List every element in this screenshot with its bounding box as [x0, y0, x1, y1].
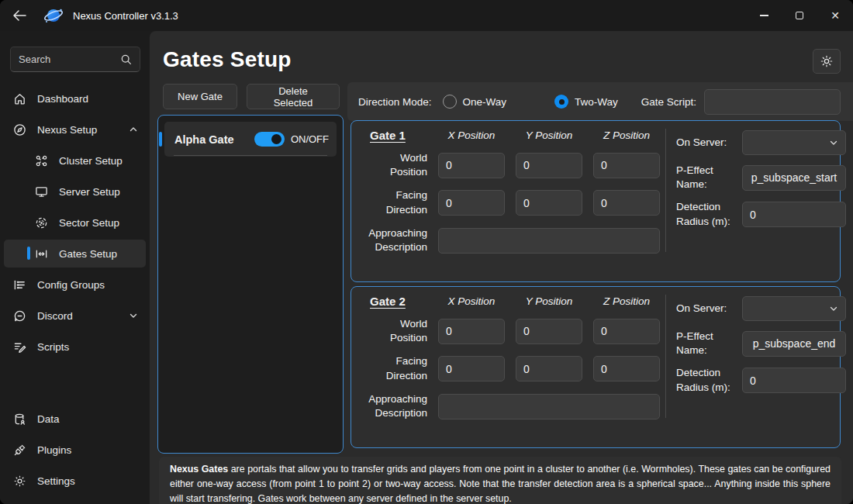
gate-2-title: Gate 2 [362, 295, 427, 308]
script-pen-icon [12, 340, 26, 354]
sidebar-item-sector-setup[interactable]: Sector Setup [4, 209, 146, 236]
gate1-detection-radius-input[interactable] [742, 202, 846, 227]
gate1-facing-z-input[interactable] [593, 190, 660, 216]
minimize-button[interactable] [746, 0, 782, 31]
x-position-header: X Position [438, 129, 505, 141]
direction-mode-label: Direction Mode: [358, 96, 432, 108]
sidebar-item-server-setup[interactable]: Server Setup [4, 178, 146, 205]
card-divider [174, 155, 327, 156]
gate2-world-z-input[interactable] [593, 319, 660, 344]
sidebar-item-config-groups[interactable]: Config Groups [4, 271, 146, 299]
sidebar-bottom-nav: Data Plugins Settings [0, 400, 150, 501]
approaching-description-label: Approaching Description [362, 226, 427, 254]
gate1-world-y-input[interactable] [516, 153, 582, 178]
main-content: Gates Setup New Gate Delete Selected Dir… [150, 31, 853, 504]
facing-direction-label: Facing Direction [362, 354, 427, 382]
gate1-facing-y-input[interactable] [516, 190, 582, 216]
chevron-down-icon [829, 138, 838, 147]
chevron-down-icon [829, 304, 838, 313]
radio-one-way-circle[interactable] [443, 95, 457, 109]
gate2-approaching-description-input[interactable] [438, 394, 660, 419]
gate2-facing-z-input[interactable] [593, 356, 660, 381]
gate-script-input[interactable] [704, 89, 841, 115]
sidebar-item-gates-setup[interactable]: Gates Setup [4, 240, 146, 268]
gate-script-group: Gate Script: [641, 89, 841, 115]
theme-toggle-button[interactable] [813, 49, 841, 74]
sidebar-item-scripts[interactable]: Scripts [4, 333, 146, 361]
detection-radius-label: Detection Radius (m): [676, 366, 735, 394]
monitor-icon [34, 185, 48, 198]
radio-two-way-label: Two-Way [575, 96, 618, 108]
list-icon [12, 278, 26, 292]
home-icon [12, 91, 26, 105]
gate1-on-server-dropdown[interactable] [742, 130, 846, 155]
p-effect-name-label: P-Effect Name: [676, 164, 735, 192]
delete-selected-button[interactable]: Delete Selected [247, 84, 340, 109]
back-arrow-icon [13, 10, 26, 21]
sidebar-item-label: Discord [37, 310, 73, 322]
gate1-approaching-description-input[interactable] [438, 228, 660, 254]
list-selection-pill [159, 132, 162, 147]
info-text: Nexus Gates are portals that allow you t… [170, 462, 831, 504]
page-title: Gates Setup [163, 47, 292, 72]
gate2-on-server-dropdown[interactable] [742, 296, 846, 321]
radio-two-way-circle[interactable] [554, 95, 568, 109]
gate-arrows-icon [34, 247, 48, 261]
toggle-knob [271, 134, 281, 144]
gate2-world-y-input[interactable] [516, 319, 582, 344]
window-controls: ✕ [746, 0, 853, 31]
gate-enabled-toggle[interactable] [254, 132, 285, 147]
gate2-detection-radius-input[interactable] [742, 368, 846, 393]
sidebar-item-label: Config Groups [37, 279, 105, 291]
gate-1-panel: Gate 1 X Position Y Position Z Position … [351, 120, 841, 282]
sidebar-item-dashboard[interactable]: Dashboard [4, 85, 146, 112]
gate-script-label: Gate Script: [641, 96, 696, 108]
gate1-world-x-input[interactable] [438, 153, 505, 178]
search-box[interactable] [10, 47, 140, 72]
search-input[interactable] [19, 54, 120, 65]
on-server-label: On Server: [676, 136, 735, 150]
sector-radar-icon [34, 216, 48, 230]
maximize-button[interactable] [782, 0, 817, 31]
approaching-description-label: Approaching Description [362, 392, 427, 420]
info-footer: Nexus Gates are portals that allow you t… [159, 457, 841, 504]
back-button[interactable] [6, 4, 33, 27]
sidebar-item-plugins[interactable]: Plugins [4, 436, 146, 464]
gate2-world-x-input[interactable] [438, 319, 505, 344]
sidebar-item-label: Sector Setup [59, 217, 119, 229]
sidebar-item-label: Server Setup [59, 186, 120, 198]
sidebar-item-label: Data [37, 413, 60, 425]
sidebar-nav: Dashboard Nexus Setup Cluster Setup Serv… [0, 80, 150, 400]
gate2-facing-y-input[interactable] [516, 356, 582, 381]
gate1-p-effect-name-input[interactable] [742, 165, 846, 191]
gate-1-position-grid: Gate 1 X Position Y Position Z Position … [362, 129, 665, 254]
panel-divider [665, 295, 666, 418]
gate-1-title: Gate 1 [362, 129, 427, 142]
compass-icon [12, 123, 26, 136]
close-button[interactable]: ✕ [817, 0, 853, 31]
gate-list-panel[interactable]: Alpha Gate ON/OFF [157, 115, 344, 454]
on-server-label: On Server: [676, 302, 735, 316]
gate-1-server-settings: On Server: P-Effect Name: Detection Radi… [676, 130, 846, 229]
sidebar-item-nexus-setup[interactable]: Nexus Setup [4, 116, 146, 143]
detection-radius-label: Detection Radius (m): [676, 200, 735, 228]
gate-list-item-alpha-gate[interactable]: Alpha Gate ON/OFF [164, 122, 337, 157]
sidebar-item-discord[interactable]: Discord [4, 302, 146, 330]
gate2-facing-x-input[interactable] [438, 356, 505, 381]
radio-two-way[interactable]: Two-Way [554, 95, 618, 109]
y-position-header: Y Position [516, 295, 582, 307]
maximize-icon [796, 12, 803, 19]
gate1-facing-x-input[interactable] [438, 190, 505, 216]
z-position-header: Z Position [593, 295, 660, 307]
sidebar-item-data[interactable]: Data [4, 405, 146, 433]
sidebar-item-label: Dashboard [37, 93, 88, 105]
sidebar-item-cluster-setup[interactable]: Cluster Setup [4, 147, 146, 174]
gate2-p-effect-name-input[interactable] [742, 331, 846, 357]
gate-2-panel: Gate 2 X Position Y Position Z Position … [351, 286, 841, 448]
radio-one-way[interactable]: One-Way [443, 95, 507, 109]
facing-direction-label: Facing Direction [362, 188, 427, 216]
gate1-world-z-input[interactable] [593, 153, 660, 178]
sun-icon [820, 55, 833, 67]
new-gate-button[interactable]: New Gate [163, 84, 237, 109]
sidebar-item-settings[interactable]: Settings [4, 467, 146, 495]
